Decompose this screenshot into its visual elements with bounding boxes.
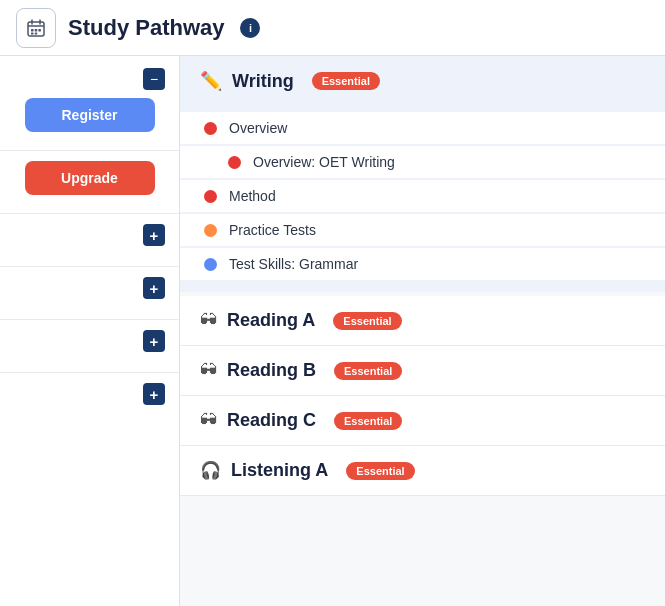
listening-a-header[interactable]: 🎧 Listening A Essential bbox=[180, 446, 665, 495]
listening-a-icon: 🎧 bbox=[200, 460, 221, 481]
method-label: Method bbox=[229, 188, 276, 204]
reading-a-header[interactable]: 🕶 Reading A Essential bbox=[180, 296, 665, 345]
reading-c-badge: Essential bbox=[334, 412, 402, 430]
test-skills-grammar-item[interactable]: Test Skills: Grammar bbox=[180, 248, 665, 280]
sidebar-divider-3 bbox=[0, 266, 179, 267]
sidebar-expand-3[interactable]: + bbox=[143, 330, 165, 352]
sidebar-divider-1 bbox=[0, 150, 179, 151]
svg-rect-5 bbox=[35, 29, 38, 32]
overview-dot bbox=[204, 122, 217, 135]
writing-section: ✏️ Writing Essential Overview Overview: … bbox=[180, 56, 665, 292]
sidebar-collapse-button[interactable]: − bbox=[143, 68, 165, 90]
sidebar-expand-4[interactable]: + bbox=[143, 383, 165, 405]
register-button[interactable]: Register bbox=[25, 98, 155, 132]
upgrade-button[interactable]: Upgrade bbox=[25, 161, 155, 195]
reading-b-header[interactable]: 🕶 Reading B Essential bbox=[180, 346, 665, 395]
svg-rect-7 bbox=[31, 32, 34, 34]
reading-c-icon: 🕶 bbox=[200, 411, 217, 431]
listening-a-title: Listening A bbox=[231, 460, 328, 481]
reading-b-icon: 🕶 bbox=[200, 361, 217, 381]
practice-tests-dot bbox=[204, 224, 217, 237]
writing-badge: Essential bbox=[312, 72, 380, 90]
sidebar-expand-1[interactable]: + bbox=[143, 224, 165, 246]
sidebar-divider-4 bbox=[0, 319, 179, 320]
writing-sub-items: Overview Overview: OET Writing Method Pr… bbox=[180, 106, 665, 292]
overview-label: Overview bbox=[229, 120, 287, 136]
test-skills-label: Test Skills: Grammar bbox=[229, 256, 358, 272]
calendar-icon bbox=[26, 18, 46, 38]
reading-c-section: 🕶 Reading C Essential bbox=[180, 396, 665, 446]
overview-item[interactable]: Overview bbox=[180, 112, 665, 144]
listening-a-badge: Essential bbox=[346, 462, 414, 480]
writing-section-header[interactable]: ✏️ Writing Essential bbox=[180, 56, 665, 106]
sidebar-divider-2 bbox=[0, 213, 179, 214]
practice-tests-item[interactable]: Practice Tests bbox=[180, 214, 665, 246]
reading-a-icon: 🕶 bbox=[200, 311, 217, 331]
test-skills-dot bbox=[204, 258, 217, 271]
sidebar-expand-2[interactable]: + bbox=[143, 277, 165, 299]
page-title: Study Pathway bbox=[68, 15, 224, 41]
practice-tests-label: Practice Tests bbox=[229, 222, 316, 238]
svg-rect-4 bbox=[31, 29, 34, 32]
svg-rect-6 bbox=[38, 29, 41, 32]
page-header: Study Pathway i bbox=[0, 0, 665, 56]
body: − Register Upgrade + + + + ✏️ Writing Es… bbox=[0, 56, 665, 606]
reading-c-title: Reading C bbox=[227, 410, 316, 431]
pencil-icon: ✏️ bbox=[200, 70, 222, 92]
reading-b-title: Reading B bbox=[227, 360, 316, 381]
main-content: ✏️ Writing Essential Overview Overview: … bbox=[180, 56, 665, 606]
overview-oet-writing-item[interactable]: Overview: OET Writing bbox=[180, 146, 665, 178]
svg-rect-8 bbox=[35, 32, 38, 34]
sidebar: − Register Upgrade + + + + bbox=[0, 56, 180, 606]
listening-a-section: 🎧 Listening A Essential bbox=[180, 446, 665, 496]
sidebar-divider-5 bbox=[0, 372, 179, 373]
reading-a-badge: Essential bbox=[333, 312, 401, 330]
method-item[interactable]: Method bbox=[180, 180, 665, 212]
reading-a-section: 🕶 Reading A Essential bbox=[180, 296, 665, 346]
reading-c-header[interactable]: 🕶 Reading C Essential bbox=[180, 396, 665, 445]
method-dot bbox=[204, 190, 217, 203]
minus-icon: − bbox=[150, 71, 158, 87]
overview-oet-dot bbox=[228, 156, 241, 169]
calendar-button[interactable] bbox=[16, 8, 56, 48]
writing-title: Writing bbox=[232, 71, 294, 92]
reading-b-section: 🕶 Reading B Essential bbox=[180, 346, 665, 396]
reading-a-title: Reading A bbox=[227, 310, 315, 331]
overview-oet-label: Overview: OET Writing bbox=[253, 154, 395, 170]
info-button[interactable]: i bbox=[240, 18, 260, 38]
reading-b-badge: Essential bbox=[334, 362, 402, 380]
